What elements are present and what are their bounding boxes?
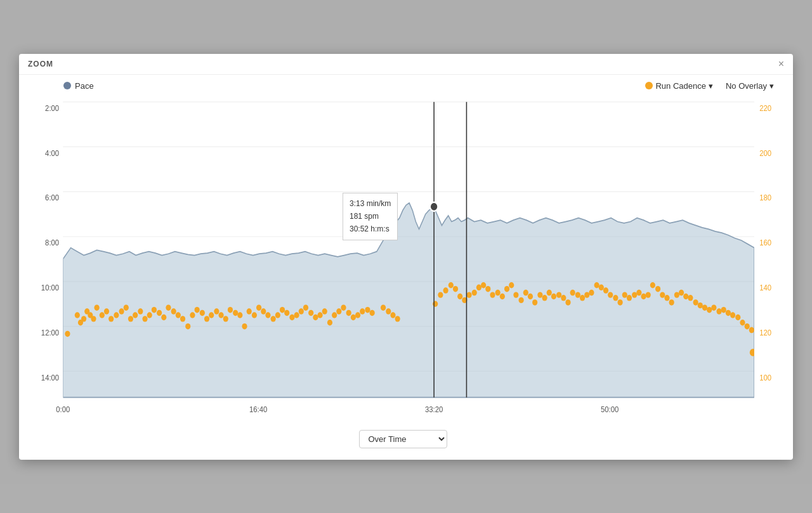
svg-point-123 [547, 289, 552, 295]
svg-point-30 [75, 312, 80, 318]
svg-point-162 [730, 312, 735, 318]
svg-text:100: 100 [759, 372, 771, 382]
svg-point-149 [669, 299, 674, 305]
svg-text:14:00: 14:00 [41, 372, 59, 382]
svg-point-160 [721, 306, 726, 312]
svg-point-93 [365, 306, 370, 312]
pace-dot [63, 82, 71, 89]
x-axis-select[interactable]: Over Time Over Distance [359, 430, 447, 448]
svg-point-158 [711, 304, 716, 310]
svg-point-69 [252, 312, 257, 318]
svg-point-167 [750, 349, 756, 356]
overlay-arrow: ▾ [769, 81, 774, 91]
svg-point-79 [299, 308, 304, 314]
overlay-dropdown[interactable]: No Overlay ▾ [726, 81, 774, 91]
svg-point-115 [509, 282, 514, 288]
svg-point-161 [726, 309, 731, 315]
svg-point-27 [65, 330, 70, 336]
svg-text:200: 200 [759, 148, 771, 157]
svg-text:180: 180 [759, 193, 771, 202]
svg-point-75 [280, 306, 285, 312]
svg-text:50:00: 50:00 [601, 405, 619, 414]
svg-point-78 [294, 312, 299, 318]
svg-point-89 [346, 309, 351, 315]
svg-point-40 [114, 312, 119, 318]
svg-point-77 [289, 314, 294, 320]
svg-point-53 [176, 312, 181, 318]
bottom-controls: Over Time Over Distance [25, 424, 780, 453]
svg-point-148 [664, 295, 669, 301]
cadence-legend[interactable]: Run Cadence ▾ [645, 81, 713, 91]
svg-point-116 [513, 292, 518, 297]
svg-point-35 [91, 316, 96, 321]
svg-point-68 [247, 308, 252, 314]
modal-body: Pace Run Cadence ▾ No Overlay ▾ [19, 75, 793, 460]
svg-point-154 [693, 299, 698, 305]
svg-point-48 [152, 306, 157, 312]
svg-point-131 [584, 292, 589, 297]
svg-point-151 [679, 289, 684, 295]
cadence-dot [645, 82, 653, 89]
svg-point-82 [313, 314, 318, 320]
svg-point-107 [472, 289, 477, 295]
legend-right: Run Cadence ▾ No Overlay ▾ [645, 81, 774, 91]
svg-point-142 [636, 289, 641, 295]
pace-legend: Pace [63, 81, 94, 91]
svg-point-103 [453, 285, 458, 291]
svg-point-32 [81, 316, 86, 321]
svg-point-166 [749, 327, 754, 332]
svg-point-104 [457, 293, 462, 299]
svg-point-98 [395, 316, 400, 321]
svg-point-63 [223, 316, 228, 321]
svg-point-147 [660, 292, 665, 297]
svg-point-81 [308, 309, 313, 315]
svg-point-36 [95, 304, 100, 310]
svg-point-43 [128, 316, 133, 321]
svg-point-96 [386, 308, 391, 314]
chart-area: 2:00 4:00 6:00 8:00 10:00 12:00 14:00 22… [32, 94, 780, 424]
svg-point-84 [322, 308, 327, 314]
svg-point-87 [336, 308, 341, 314]
svg-point-125 [556, 292, 561, 297]
svg-text:120: 120 [759, 328, 771, 337]
svg-point-76 [284, 309, 289, 315]
svg-text:220: 220 [759, 103, 771, 113]
modal-header: ZOOM × [19, 54, 793, 75]
overlay-label: No Overlay [726, 81, 767, 91]
svg-point-136 [608, 292, 613, 297]
close-button[interactable]: × [778, 59, 784, 69]
zoom-modal: ZOOM × Pace Run Cadence ▾ No Overlay [19, 54, 793, 460]
svg-point-59 [204, 316, 209, 321]
cadence-label: Run Cadence [655, 81, 706, 91]
svg-text:8:00: 8:00 [45, 238, 59, 247]
svg-point-85 [327, 320, 332, 325]
svg-point-101 [443, 287, 448, 293]
svg-point-57 [195, 306, 200, 312]
svg-point-71 [261, 308, 266, 314]
svg-point-47 [147, 312, 152, 318]
svg-point-113 [500, 293, 505, 299]
svg-text:10:00: 10:00 [41, 283, 59, 292]
svg-point-44 [133, 312, 138, 318]
modal-title: ZOOM [28, 60, 53, 68]
svg-point-100 [438, 292, 443, 297]
svg-point-90 [351, 314, 356, 320]
svg-point-37 [100, 312, 105, 318]
svg-point-92 [360, 308, 365, 314]
svg-point-91 [355, 312, 360, 318]
svg-point-55 [185, 323, 190, 328]
svg-point-121 [537, 292, 542, 297]
svg-point-83 [317, 312, 322, 318]
svg-point-108 [476, 284, 481, 290]
svg-point-64 [228, 306, 233, 312]
svg-point-50 [161, 314, 166, 320]
svg-point-67 [242, 323, 247, 328]
svg-point-117 [519, 297, 524, 302]
svg-point-144 [646, 292, 651, 297]
svg-point-157 [707, 306, 712, 312]
svg-point-49 [157, 309, 162, 315]
svg-point-114 [504, 285, 509, 291]
svg-point-95 [381, 304, 386, 310]
svg-point-38 [104, 308, 109, 314]
svg-point-143 [641, 293, 646, 299]
